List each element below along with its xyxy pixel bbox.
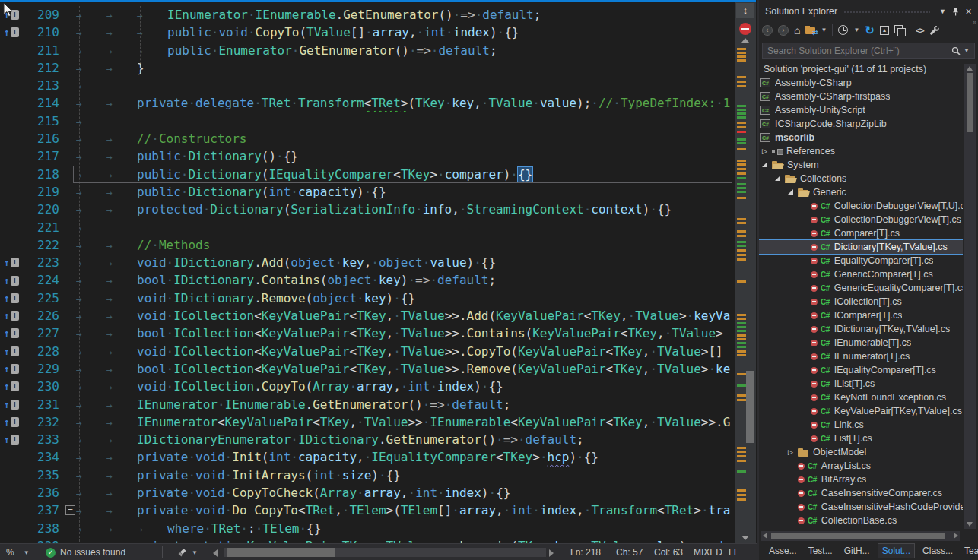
switch-views-icon[interactable]: ⇄ <box>805 26 815 34</box>
line-number[interactable]: 237 <box>26 501 59 519</box>
code-line[interactable]: 220→→protected·Dictionary(SerializationI… <box>0 201 735 218</box>
tree-item[interactable]: C#CaseInsensitiveComparer.cs <box>759 486 963 500</box>
scroll-up-arrow[interactable] <box>967 66 973 71</box>
line-number[interactable]: 210 <box>26 24 59 41</box>
tool-window-tab[interactable]: Asse... <box>765 544 801 558</box>
code-line[interactable]: ↑I224→→bool·IDictionary.Contains(object·… <box>0 271 735 289</box>
document-health-icon[interactable] <box>739 23 751 35</box>
scroll-down-arrow[interactable] <box>741 536 749 540</box>
line-number[interactable]: 214 <box>26 94 59 112</box>
code-line[interactable]: 217→→public·Dictionary()·{} <box>0 147 735 165</box>
tree-item[interactable]: ▷References <box>759 144 963 158</box>
window-menu-caret-icon[interactable]: ▼ <box>936 5 949 18</box>
tree-item[interactable]: Solution 'project-gui' (11 of 11 project… <box>759 62 963 76</box>
line-number[interactable]: 211 <box>26 42 59 59</box>
code-line[interactable]: 237−→→private·void·Do_CopyTo<TRet,·TElem… <box>0 501 735 519</box>
line-number[interactable]: 223 <box>26 254 59 271</box>
collapse-region-box[interactable]: − <box>65 505 75 515</box>
zoom-control[interactable]: % ▼ <box>6 544 30 560</box>
code-line[interactable]: ↑I225→→void·IDictionary.Remove(object·ke… <box>0 289 735 307</box>
line-number[interactable]: 225 <box>26 289 59 307</box>
tree-item[interactable]: C#IDictionary[TKey,TValue].cs <box>759 322 963 336</box>
tree-item[interactable]: C#ArrayList.cs <box>759 459 963 473</box>
code-line[interactable]: 221→ <box>0 219 735 236</box>
tree-horizontal-scrollbar[interactable] <box>761 531 960 541</box>
code-line[interactable]: 235→→private·void·InitArrays(int·size)·{… <box>0 467 735 484</box>
line-number[interactable]: 234 <box>26 448 59 466</box>
tree-item[interactable]: ▷ObjectModel <box>759 445 963 459</box>
line-number[interactable]: 219 <box>26 183 59 201</box>
code-line[interactable]: 236→→private·void·CopyToCheck(Array·arra… <box>0 484 735 501</box>
line-number[interactable]: 215 <box>26 112 59 130</box>
code-cleanup-button[interactable]: ▼ <box>177 544 198 560</box>
code-line[interactable]: ↑I230→→void·ICollection.CopyTo(Array·arr… <box>0 378 735 395</box>
view-code-icon[interactable]: <> <box>916 26 924 35</box>
tree-item[interactable]: Generic <box>759 185 963 199</box>
code-line[interactable]: ↑I223→→void·IDictionary.Add(object·key,·… <box>0 254 735 271</box>
tree-item[interactable]: C#CollectionBase.cs <box>759 514 963 527</box>
tree-item[interactable]: C#IEqualityComparer[T].cs <box>759 363 963 377</box>
close-icon[interactable]: × <box>962 5 975 18</box>
column-indicator[interactable]: Col: 63 <box>654 544 683 560</box>
line-number[interactable]: 221 <box>26 219 59 236</box>
line-number[interactable]: 226 <box>26 307 59 324</box>
code-line[interactable]: ↑I226→→void·ICollection<KeyValuePair<TKe… <box>0 307 735 324</box>
line-ending-indicator[interactable]: LF <box>729 544 739 560</box>
char-indicator[interactable]: Ch: 57 <box>616 544 643 560</box>
home-icon[interactable]: ⌂ <box>794 25 800 36</box>
tree-item[interactable]: C#KeyValuePair[TKey,TValue].cs <box>759 404 963 418</box>
properties-wrench-icon[interactable] <box>929 25 940 36</box>
code-line[interactable]: 211→→→public·Enumerator·GetEnumerator()·… <box>0 42 735 59</box>
tree-item[interactable]: C#Assembly-UnityScript <box>759 103 963 117</box>
collapsed-arrow-icon[interactable]: ▷ <box>762 148 772 155</box>
line-number[interactable]: 236 <box>26 484 59 501</box>
show-all-files-icon[interactable] <box>894 25 904 35</box>
tree-item[interactable]: C#mscorlib <box>759 131 963 144</box>
search-input[interactable]: Search Solution Explorer (Ctrl+¨) ▼ <box>762 43 975 59</box>
code-line[interactable]: ↑I227→→bool·ICollection<KeyValuePair<TKe… <box>0 324 735 342</box>
tree-item[interactable]: C#Assembly-CSharp-firstpass <box>759 90 963 103</box>
line-number[interactable]: 227 <box>26 324 59 342</box>
tree-item[interactable]: C#IComparer[T].cs <box>759 308 963 322</box>
code-line[interactable]: ↑I229→→bool·ICollection<KeyValuePair<TKe… <box>0 360 735 378</box>
tree-item[interactable]: C#Dictionary[TKey,TValue].cs <box>759 240 963 254</box>
tree-item[interactable]: C#GenericComparer[T].cs <box>759 267 963 281</box>
editor-vertical-scrollbar[interactable]: ↕ <box>735 2 756 543</box>
scroll-right-arrow[interactable] <box>954 533 958 539</box>
code-line[interactable]: 212→→} <box>0 59 735 77</box>
magnifier-icon[interactable] <box>951 46 961 55</box>
scroll-up-arrow[interactable] <box>741 38 749 43</box>
tool-window-tab[interactable]: Tea... <box>961 544 978 558</box>
horizontal-scroll-thumb[interactable] <box>227 548 335 557</box>
code-line[interactable]: 216→→//·Constructors <box>0 130 735 147</box>
splitter-handle-icon[interactable]: ↕ <box>736 3 754 18</box>
line-number[interactable]: 231 <box>26 396 59 413</box>
chevron-down-icon[interactable]: ▼ <box>964 47 970 54</box>
tree-item[interactable]: C#ICSharpCode.SharpZipLib <box>759 117 963 131</box>
tree-item[interactable]: C#GenericEqualityComparer[T].cs <box>759 281 963 295</box>
tree-item[interactable]: C#IEnumerable[T].cs <box>759 336 963 350</box>
line-number[interactable]: 230 <box>26 378 59 395</box>
tree-item[interactable]: C#CaseInsensitiveHashCodeProvider.cs <box>759 500 963 514</box>
scroll-down-arrow[interactable] <box>967 522 973 527</box>
tree-item[interactable]: C#IEnumerator[T].cs <box>759 350 963 363</box>
collapsed-arrow-icon[interactable]: ▷ <box>788 449 798 456</box>
tool-window-tab[interactable]: Test... <box>805 544 837 558</box>
pending-changes-filter-icon[interactable] <box>838 25 848 35</box>
line-number[interactable]: 209 <box>26 6 59 24</box>
vertical-scroll-thumb[interactable] <box>967 73 973 132</box>
code-line[interactable]: 222→→//·Methods <box>0 236 735 254</box>
line-number[interactable]: 229 <box>26 360 59 378</box>
tree-item[interactable]: Collections <box>759 172 963 185</box>
scroll-left-arrow[interactable] <box>213 549 218 557</box>
code-line[interactable]: ↑I231→→IEnumerator·IEnumerable.GetEnumer… <box>0 396 735 413</box>
code-line[interactable]: 213→ <box>0 77 735 94</box>
code-line[interactable]: 238→→→where·TRet·:·TElem·{} <box>0 520 735 537</box>
tree-item[interactable]: C#ICollection[T].cs <box>759 295 963 308</box>
line-indicator[interactable]: Ln: 218 <box>570 544 601 560</box>
tree-item[interactable]: C#BitArray.cs <box>759 473 963 486</box>
tree-item[interactable]: C#Assembly-CSharp <box>759 76 963 90</box>
code-line[interactable]: 219→→public·Dictionary(int·capacity)·{} <box>0 183 735 201</box>
line-number[interactable]: 220 <box>26 201 59 218</box>
code-line[interactable]: ↑I232→→IEnumerator<KeyValuePair<TKey,·TV… <box>0 413 735 431</box>
